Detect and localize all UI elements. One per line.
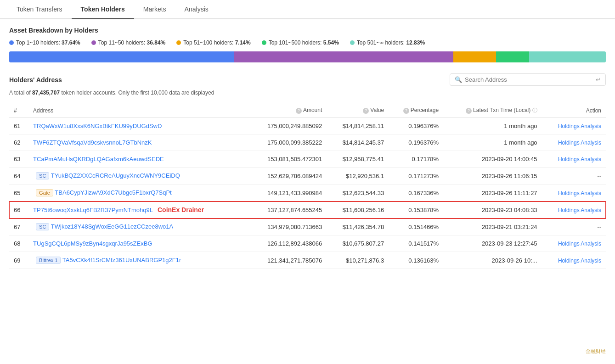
cell-amount: 153,081,505.472301 (248, 151, 327, 168)
holdings-analysis-link[interactable]: Holdings Analysis (558, 156, 601, 162)
cell-percentage: 0.153878% (389, 202, 443, 218)
tab-token-transfers[interactable]: Token Transfers (7, 0, 72, 19)
table-row: 64SC TYukBQZ2XXCcRCReAUguyXncCWNY9CEiDQ1… (9, 168, 606, 185)
cell-amount: 121,341,271.785076 (248, 252, 327, 269)
legend-item-top101-500: Top 101~500 holders: 5.54% (262, 39, 339, 46)
table-row: 66TP75t6owoqXxskLq6FB2R37PymNTmohq9LCoin… (9, 202, 606, 218)
address-link[interactable]: TUgSgCQL6pMSy9zByn4sgxqrJa95sZExBG (33, 240, 152, 247)
holders-table: # Address ?Amount ?Value ?Percentage ?La… (9, 103, 606, 269)
cell-value: $12,958,775.41 (327, 151, 389, 168)
cell-value: $12,920,536.1 (327, 168, 389, 185)
enter-icon: ↵ (596, 76, 601, 83)
value-info-icon[interactable]: ? (363, 108, 369, 114)
address-link[interactable]: TCaPmAMuHsQKRDgLQAGafxm6kAeuwdSEDE (33, 156, 164, 162)
cell-txntime: 1 month ago (443, 134, 542, 151)
holders-section: Holders' Address 🔍 ↵ A total of 87,435,7… (9, 73, 606, 269)
cell-percentage: 0.141517% (389, 235, 443, 252)
address-link[interactable]: TYukBQZ2XXCcRCReAUguyXncCWNY9CEiDQ (51, 172, 180, 179)
table-row: 68TUgSgCQL6pMSy9zByn4sgxqrJa95sZExBG126,… (9, 235, 606, 252)
legend-label: Top 11~50 holders: 36.84% (98, 39, 165, 46)
cell-percentage: 0.136163% (389, 252, 443, 269)
legend-item-top51-100: Top 51~100 holders: 7.14% (176, 39, 250, 46)
legend-label: Top 501~∞ holders: 12.83% (357, 39, 425, 46)
col-amount: ?Amount (248, 103, 327, 118)
address-link[interactable]: TWjkoz18Y48SgWoxEeGG11ezCCzee8wo1A (51, 223, 173, 230)
cell-amount: 175,000,099.385222 (248, 134, 327, 151)
address-link[interactable]: TBA6CypYJizwA9XdC7Ubgc5F1bxrQ7SqPt (55, 189, 171, 196)
cell-amount: 152,629,786.089424 (248, 168, 327, 185)
search-box: 🔍 ↵ (450, 73, 606, 86)
cell-percentage: 0.151466% (389, 218, 443, 235)
cell-percentage: 0.171273% (389, 168, 443, 185)
legend-label: Top 51~100 holders: 7.14% (183, 39, 250, 46)
tab-markets[interactable]: Markets (134, 0, 175, 19)
cell-rank: 69 (9, 252, 28, 269)
coinex-label: CoinEx Drainer (158, 206, 204, 213)
tab-token-holders[interactable]: Token Holders (72, 0, 134, 19)
cell-value: $14,814,245.37 (327, 134, 389, 151)
cell-txntime: 2023-09-21 03:21:24 (443, 218, 542, 235)
col-rank: # (9, 103, 28, 118)
cell-action: -- (542, 218, 606, 235)
address-link[interactable]: TRQaWxW1u8XxsK6NGxBtkFKU99yDUGdSwD (33, 123, 162, 129)
col-value: ?Value (327, 103, 389, 118)
cell-address: Bittrex 1 TA5vCXk4f1SrCMfz361UxUNABRGP1g… (28, 252, 248, 269)
badge-sc: SC (36, 223, 49, 230)
holdings-analysis-link[interactable]: Holdings Analysis (558, 190, 601, 196)
legend-dot (9, 40, 14, 45)
cell-action: -- (542, 168, 606, 185)
address-link[interactable]: TWF6ZTQVaVfsqaVd9cskvsnnoL7GTbNnzK (33, 139, 152, 146)
txntime-info-icon[interactable]: ? (466, 108, 472, 114)
cell-value: $10,271,876.3 (327, 252, 389, 269)
col-percentage: ?Percentage (389, 103, 443, 118)
cell-address: TP75t6owoqXxskLq6FB2R37PymNTmohq9LCoinEx… (28, 202, 248, 218)
holdings-analysis-link[interactable]: Holdings Analysis (558, 241, 601, 247)
tabs-bar: Token Transfers Token Holders Markets An… (0, 0, 615, 19)
holdings-analysis-link[interactable]: Holdings Analysis (558, 258, 601, 264)
cell-address: TCaPmAMuHsQKRDgLQAGafxm6kAeuwdSEDE (28, 151, 248, 168)
action-dash: -- (597, 173, 601, 179)
cell-amount: 175,000,249.885092 (248, 118, 327, 134)
holdings-analysis-link[interactable]: Holdings Analysis (558, 207, 601, 213)
col-action: Action (542, 103, 606, 118)
holdings-analysis-link[interactable]: Holdings Analysis (558, 140, 601, 146)
table-row: 62TWF6ZTQVaVfsqaVd9cskvsnnoL7GTbNnzK175,… (9, 134, 606, 151)
percentage-info-icon[interactable]: ? (403, 108, 409, 114)
legend-label: Top 101~500 holders: 5.54% (269, 39, 339, 46)
bar-segment-top11-50 (234, 51, 454, 62)
holdings-analysis-link[interactable]: Holdings Analysis (558, 123, 601, 129)
cell-action: Holdings Analysis (542, 185, 606, 202)
legend-label: Top 1~10 holders: 37.64% (16, 39, 80, 46)
action-dash: -- (597, 224, 601, 230)
legend-item-top501-inf: Top 501~∞ holders: 12.83% (350, 39, 425, 46)
cell-address: TRQaWxW1u8XxsK6NGxBtkFKU99yDUGdSwD (28, 118, 248, 134)
cell-txntime: 2023-09-26 10:... (443, 252, 542, 269)
address-link[interactable]: TP75t6owoqXxskLq6FB2R37PymNTmohq9L (33, 207, 153, 213)
table-row: 61TRQaWxW1u8XxsK6NGxBtkFKU99yDUGdSwD175,… (9, 118, 606, 134)
col-address: Address (28, 103, 248, 118)
holders-subtitle: A total of 87,435,707 token holder accou… (9, 90, 606, 96)
cell-rank: 65 (9, 185, 28, 202)
tab-analysis[interactable]: Analysis (175, 0, 218, 19)
cell-rank: 64 (9, 168, 28, 185)
col-txntime: ?Latest Txn Time (Local) ⓘ (443, 103, 542, 118)
cell-rank: 62 (9, 134, 28, 151)
search-icon: 🔍 (455, 76, 462, 83)
cell-rank: 66 (9, 202, 28, 218)
cell-value: $14,814,258.11 (327, 118, 389, 134)
progress-bar (9, 51, 606, 62)
cell-percentage: 0.196376% (389, 118, 443, 134)
legend-dot (91, 40, 96, 45)
cell-action: Holdings Analysis (542, 202, 606, 218)
cell-action: Holdings Analysis (542, 151, 606, 168)
address-link[interactable]: TA5vCXk4f1SrCMfz361UxUNABRGP1g2F1r (62, 257, 181, 263)
amount-info-icon[interactable]: ? (296, 108, 302, 114)
badge-sc: SC (36, 172, 49, 179)
legend-item-top11-50: Top 11~50 holders: 36.84% (91, 39, 165, 46)
cell-percentage: 0.196376% (389, 134, 443, 151)
bar-segment-top101-500 (496, 51, 529, 62)
cell-value: $12,623,544.33 (327, 185, 389, 202)
table-row: 65Gate TBA6CypYJizwA9XdC7Ubgc5F1bxrQ7SqP… (9, 185, 606, 202)
asset-breakdown-section: Asset Breakdown by Holders Top 1~10 hold… (9, 27, 606, 62)
search-input[interactable] (465, 76, 594, 83)
